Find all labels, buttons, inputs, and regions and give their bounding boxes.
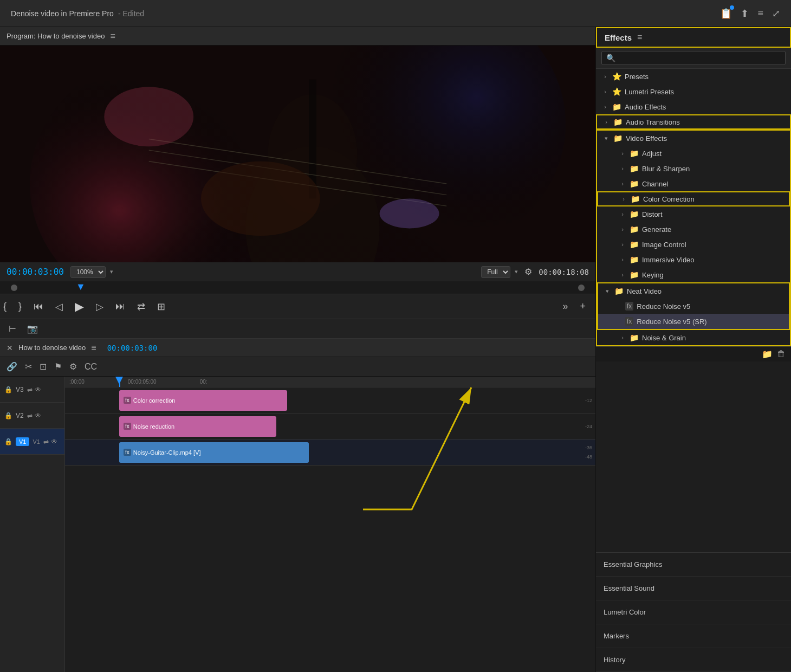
sidebar-item-distort[interactable]: › 📁 Distort	[597, 206, 790, 222]
track-select-tool[interactable]: ⊡	[37, 360, 49, 373]
sidebar-item-audio-effects[interactable]: › 📁 Audio Effects	[596, 99, 791, 114]
panel-essential-sound[interactable]: Essential Sound	[596, 577, 791, 600]
quality-select[interactable]: Full 1/2 1/4	[481, 266, 510, 278]
step-frame-back-btn[interactable]: ◁	[52, 299, 66, 315]
search-icon: 🔍	[606, 54, 615, 62]
lock-v1-icon[interactable]: 🔒	[4, 438, 12, 445]
sidebar-item-adjust[interactable]: › 📁 Adjust	[597, 146, 790, 161]
db-48: -48	[569, 454, 594, 460]
captions-tool[interactable]: CC	[82, 361, 99, 373]
eye-v1-icon[interactable]: 👁	[51, 438, 57, 445]
chevron-video-effects-icon: ▾	[602, 135, 610, 142]
clip-noise-reduction[interactable]: fx Noise reduction	[119, 416, 276, 437]
delete-effect-icon[interactable]: 🗑	[777, 349, 786, 359]
timeline-ruler: :00:00 00:00:05:00 00:	[65, 377, 595, 387]
sidebar-item-audio-transitions[interactable]: › 📁 Audio Transitions	[596, 114, 791, 130]
chevron-immersive-icon: ›	[619, 256, 626, 263]
panel-lumetri-color[interactable]: Lumetri Color	[596, 600, 791, 624]
snap-tool[interactable]: 🔗	[4, 360, 20, 373]
sidebar-item-noise-grain[interactable]: › 📁 Noise & Grain	[597, 330, 790, 345]
duration-code: 00:00:18:08	[539, 268, 589, 276]
chevron-distort-icon: ›	[619, 211, 626, 217]
timeline-timecode[interactable]: 00:00:03:00	[107, 344, 158, 352]
sidebar-item-generate[interactable]: › 📁 Generate	[597, 222, 790, 237]
panel-essential-graphics[interactable]: Essential Graphics	[596, 553, 791, 577]
add-btn[interactable]: +	[576, 299, 589, 314]
multi-cam-btn[interactable]: ⊞	[154, 299, 168, 315]
effects-menu-icon[interactable]: ≡	[637, 33, 642, 42]
chevron-channel-icon: ›	[619, 180, 626, 187]
more-options-btn[interactable]: »	[559, 299, 571, 314]
program-monitor: Program: How to denoise video ≡	[0, 27, 595, 339]
go-to-in-btn[interactable]: ⏮	[30, 299, 47, 314]
markers-label: Markers	[604, 632, 629, 640]
camera-icon[interactable]: 📷	[25, 322, 40, 335]
eye-v3-icon[interactable]: 👁	[35, 386, 41, 393]
chevron-blur-icon: ›	[619, 165, 626, 172]
clip-guitar[interactable]: fx Noisy-Guitar-Clip.mp4 [V]	[119, 442, 309, 463]
settings-icon[interactable]: ⚙	[522, 266, 534, 278]
generate-label: Generate	[642, 225, 671, 234]
reduce-noise-v5-label: Reduce Noise v5	[637, 302, 690, 311]
sidebar-item-color-correction[interactable]: › 📁 Color Correction	[597, 191, 790, 206]
track-v3-name: V3	[16, 386, 24, 393]
top-bar: Denoise video in Premiere Pro - Edited 📋…	[0, 0, 791, 27]
image-control-label: Image Control	[642, 241, 686, 249]
captions-icon[interactable]: ≡	[757, 8, 763, 19]
zoom-select[interactable]: 100% 50% 75% Fit	[70, 266, 106, 278]
step-frame-fwd-btn[interactable]: ▷	[93, 299, 107, 315]
sidebar-item-image-control[interactable]: › 📁 Image Control	[597, 237, 790, 252]
clip-label-nr: Noise reduction	[133, 423, 174, 430]
eye-v2-icon[interactable]: 👁	[35, 412, 41, 419]
flag-tool[interactable]: ⚑	[52, 360, 64, 373]
sync-v1-icon[interactable]: ⇌	[43, 438, 49, 445]
new-folder-icon[interactable]: 📁	[762, 349, 773, 359]
track-v1-btn[interactable]: V1	[16, 437, 29, 446]
timeline-menu-icon[interactable]: ≡	[91, 343, 96, 353]
notifications-icon[interactable]: 📋	[720, 8, 732, 20]
sidebar-item-blur-sharpen[interactable]: › 📁 Blur & Sharpen	[597, 161, 790, 176]
folder-generate-icon: 📁	[630, 225, 639, 234]
sidebar-item-neat-video[interactable]: ▾ 📁 Neat Video	[598, 283, 789, 299]
timeline-close-btn[interactable]: ✕	[7, 344, 13, 352]
go-to-out-btn[interactable]: ⏭	[112, 299, 128, 314]
sidebar-item-presets[interactable]: › ⭐ Presets	[596, 69, 791, 84]
panel-history[interactable]: History	[596, 648, 791, 672]
folder-keying-icon: 📁	[630, 270, 639, 279]
monitor-title: Program: How to denoise video	[7, 32, 105, 40]
lock-v2-icon[interactable]: 🔒	[4, 412, 12, 419]
monitor-menu-icon[interactable]: ≡	[110, 31, 115, 41]
track-v2-icons: ⇌ 👁	[27, 412, 41, 419]
trim-icon[interactable]: ⊢	[7, 322, 18, 335]
sidebar-item-immersive-video[interactable]: › 📁 Immersive Video	[597, 252, 790, 267]
top-bar-icons: 📋 ⬆ ≡ ⤢	[720, 8, 780, 20]
razor-tool[interactable]: ✂	[23, 360, 34, 373]
monitor-timecode[interactable]: 00:00:03:00	[7, 267, 66, 277]
sidebar-item-video-effects[interactable]: ▾ 📁 Video Effects	[597, 131, 790, 146]
share-icon[interactable]: ⬆	[741, 8, 749, 20]
step-back-btn[interactable]: }	[15, 299, 25, 314]
chevron-color-correction-icon: ›	[620, 196, 627, 202]
sync-v3-icon[interactable]: ⇌	[27, 386, 33, 393]
sidebar-item-keying[interactable]: › 📁 Keying	[597, 267, 790, 282]
audio-transitions-label: Audio Transitions	[626, 118, 680, 126]
sync-v2-icon[interactable]: ⇌	[27, 412, 33, 419]
effects-title: Effects	[605, 33, 632, 42]
loop-btn[interactable]: ⇄	[134, 299, 148, 315]
clip-color-correction[interactable]: fx Color correction	[119, 390, 287, 411]
film-reduce-noise-v5-icon: fx	[625, 302, 633, 311]
panel-markers[interactable]: Markers	[596, 624, 791, 648]
video-content	[0, 46, 595, 262]
expand-icon[interactable]: ⤢	[772, 8, 780, 20]
search-box: 🔍	[601, 51, 786, 65]
settings-tool[interactable]: ⚙	[67, 360, 79, 373]
mark-in-btn[interactable]: {	[0, 299, 10, 314]
play-btn[interactable]: ▶	[72, 298, 87, 316]
sidebar-item-channel[interactable]: › 📁 Channel	[597, 176, 790, 191]
effect-reduce-noise-v5[interactable]: fx Reduce Noise v5	[598, 299, 789, 314]
sidebar-item-lumetri[interactable]: › ⭐ Lumetri Presets	[596, 84, 791, 99]
search-input[interactable]	[619, 54, 781, 62]
effect-reduce-noise-v5-sr[interactable]: fx Reduce Noise v5 (SR)	[598, 314, 789, 329]
lock-v3-icon[interactable]: 🔒	[4, 386, 12, 393]
essential-sound-label: Essential Sound	[604, 584, 654, 592]
